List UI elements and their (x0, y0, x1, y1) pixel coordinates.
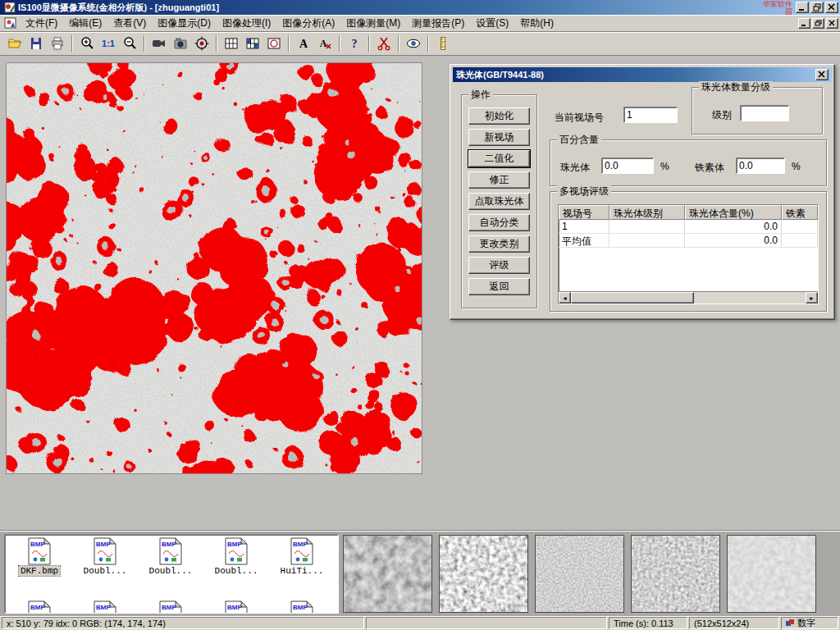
init-button[interactable]: 初始化 (468, 107, 530, 125)
measure-grid-button[interactable] (221, 34, 242, 53)
file-item[interactable]: BMP (72, 600, 138, 614)
svg-text:BMP: BMP (30, 604, 45, 611)
preview-button[interactable] (403, 34, 424, 53)
file-item[interactable]: BMP Doubl... (203, 537, 269, 576)
file-item[interactable]: BMP (269, 600, 335, 614)
toolbar-separator (216, 35, 217, 52)
capture-target-button[interactable] (191, 34, 212, 53)
file-item[interactable]: BMP (203, 600, 269, 614)
menu-image-analysis[interactable]: 图像分析(A) (276, 15, 340, 32)
menu-image-measure[interactable]: 图像测量(M) (340, 15, 406, 32)
cell-content: 0.0 (685, 234, 782, 248)
col-field[interactable]: 视场号 (559, 205, 609, 220)
menu-settings[interactable]: 设置(S) (470, 15, 514, 32)
menu-image-display[interactable]: 图像显示(D) (152, 15, 217, 32)
toolbar-separator (288, 35, 290, 52)
actual-size-button[interactable]: 1:1 (98, 34, 119, 53)
video-button[interactable] (148, 34, 170, 53)
svg-text:BMP: BMP (227, 541, 242, 548)
measure-circle-icon (267, 36, 281, 51)
menu-measure-report[interactable]: 测量报告(P) (406, 15, 470, 32)
scissors-icon (377, 36, 391, 51)
file-name: DKF.bmp (19, 566, 60, 576)
file-item[interactable]: BMP DKF.bmp (7, 537, 72, 576)
pearlite-percent-input[interactable]: 0.0 (601, 158, 654, 174)
menu-view[interactable]: 查看(V) (107, 15, 152, 32)
file-item[interactable]: BMP (138, 600, 203, 614)
pick-pearlite-button[interactable]: 点取珠光体 (468, 193, 530, 210)
correct-button[interactable]: 修正 (468, 171, 530, 189)
menu-image-processing[interactable]: 图像处理(I) (217, 15, 276, 32)
help-icon: ? (347, 36, 362, 51)
current-field-input[interactable]: 1 (623, 107, 678, 123)
measure-grid-fill-button[interactable] (242, 34, 263, 53)
scroll-thumb[interactable] (571, 292, 694, 304)
thumbnail[interactable] (631, 535, 720, 613)
file-item[interactable]: BMP HuiTi... (269, 537, 335, 576)
mdi-restore-button[interactable] (812, 18, 824, 29)
camera-icon (173, 36, 188, 51)
mdi-minimize-button[interactable] (798, 18, 810, 29)
svg-text:BMP: BMP (30, 541, 45, 548)
scroll-track[interactable] (694, 292, 806, 304)
status-image-size: (512x512x24) (689, 617, 779, 629)
save-button[interactable] (25, 34, 47, 53)
col-ferrite[interactable]: 铁素 (782, 205, 818, 220)
menu-edit[interactable]: 编辑(E) (63, 15, 107, 32)
ferrite-percent-input[interactable]: 0.0 (736, 158, 785, 174)
open-button[interactable] (4, 34, 25, 53)
table-row[interactable]: 1 0.0 (559, 220, 818, 234)
table-hscrollbar[interactable]: ◄ ► (559, 291, 818, 304)
mdi-restore-icon (815, 20, 822, 27)
help-button[interactable]: ? (344, 34, 365, 53)
print-button[interactable] (47, 34, 68, 53)
thumbnail[interactable] (727, 535, 816, 613)
file-item[interactable]: BMP (7, 600, 72, 614)
zoom-out-button[interactable] (119, 34, 140, 53)
camera-button[interactable] (170, 34, 191, 53)
menu-file[interactable]: 文件(F) (20, 15, 63, 32)
toolbar: 1:1 A A ? (0, 32, 840, 56)
one-to-one-icon: 1:1 (102, 39, 115, 48)
file-item[interactable]: BMP Doubl... (138, 537, 203, 576)
auto-classify-button[interactable]: 自动分类 (468, 214, 530, 231)
table-row[interactable]: 平均值 0.0 (559, 234, 818, 248)
restore-button[interactable] (810, 2, 824, 13)
measure-circle-button[interactable] (263, 34, 285, 53)
text-button[interactable]: A (293, 34, 314, 53)
return-button[interactable]: 返回 (468, 278, 530, 295)
binarize-button[interactable]: 二值化 (468, 150, 530, 167)
col-pearlite-grade[interactable]: 珠光体级别 (609, 205, 685, 220)
menu-help[interactable]: 帮助(H) (514, 15, 559, 32)
cut-button[interactable] (373, 34, 395, 53)
grade-level-label: 级别 (712, 108, 732, 122)
bmp-file-icon: BMP (94, 600, 116, 614)
mdi-close-button[interactable] (826, 18, 838, 29)
toolbar-separator (339, 35, 340, 52)
rate-button[interactable]: 评级 (468, 257, 530, 274)
file-item[interactable]: BMP Doubl... (72, 537, 138, 576)
dialog-close-button[interactable] (815, 69, 829, 80)
new-field-button[interactable]: 新视场 (468, 129, 530, 146)
dialog-title-bar[interactable]: 珠光体(GB/T9441-88) (453, 67, 832, 82)
text-delete-button[interactable]: A (314, 34, 336, 53)
mdi-document-icon[interactable] (4, 17, 17, 29)
zoom-in-button[interactable] (76, 34, 98, 53)
metallograph-image[interactable] (6, 62, 422, 474)
scroll-right-button[interactable]: ► (806, 292, 818, 304)
svg-text:A: A (299, 38, 308, 50)
grade-level-input[interactable] (740, 105, 789, 121)
percent-group-label: 百分含量 (557, 134, 601, 145)
minimize-button[interactable] (796, 2, 809, 13)
col-pearlite-content[interactable]: 珠光体含量(%) (685, 205, 782, 220)
bmp-file-icon: BMP (28, 600, 51, 614)
close-button[interactable] (825, 2, 838, 13)
scroll-left-button[interactable]: ◄ (559, 292, 571, 304)
ruler-button[interactable] (432, 34, 454, 53)
thumbnail[interactable] (535, 535, 624, 613)
change-class-button[interactable]: 更改类别 (468, 235, 530, 253)
open-icon (7, 36, 22, 51)
thumbnail[interactable] (343, 535, 432, 613)
thumbnail[interactable] (439, 535, 528, 613)
cell-grade (609, 220, 685, 234)
